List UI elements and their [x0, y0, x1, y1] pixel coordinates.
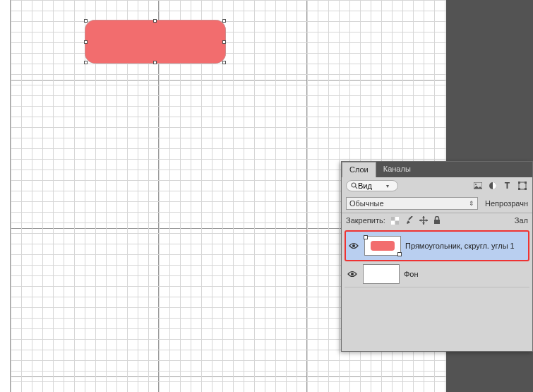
- svg-rect-6: [518, 182, 520, 184]
- selection-handle[interactable]: [222, 61, 226, 64]
- selection-handle[interactable]: [222, 19, 226, 23]
- visibility-toggle[interactable]: [349, 242, 360, 249]
- panel-tabs: Слои Каналы: [342, 162, 532, 177]
- selection-handle[interactable]: [84, 40, 88, 44]
- svg-rect-11: [391, 217, 395, 221]
- fill-label: Зал: [515, 216, 528, 225]
- filter-adjustment-icon[interactable]: [486, 181, 498, 191]
- blend-row: Обычные ⇕ Непрозрачн: [342, 194, 532, 213]
- tab-channels[interactable]: Каналы: [376, 162, 418, 177]
- filter-text-icon[interactable]: T: [501, 181, 513, 191]
- blend-mode-value: Обычные: [349, 199, 384, 208]
- search-icon: [351, 182, 358, 189]
- selection-handle[interactable]: [153, 19, 157, 23]
- lock-paint-icon[interactable]: [405, 216, 415, 225]
- layer-filter[interactable]: ▾: [346, 180, 398, 191]
- thumbnail-shape: [371, 241, 395, 251]
- canvas-margin: [0, 0, 11, 392]
- rounded-rectangle-shape[interactable]: [85, 20, 226, 64]
- selection-handle[interactable]: [84, 19, 88, 23]
- chevron-updown-icon: ⇕: [469, 200, 474, 207]
- svg-line-13: [409, 216, 412, 220]
- lock-position-icon[interactable]: [419, 216, 429, 225]
- selection-handle[interactable]: [222, 40, 226, 44]
- layer-thumbnail[interactable]: [363, 264, 400, 284]
- layer-name: Прямоугольник, скругл. углы 1: [405, 242, 515, 250]
- filter-input[interactable]: [358, 182, 386, 190]
- tab-layers[interactable]: Слои: [342, 162, 376, 177]
- blend-mode-select[interactable]: Обычные ⇕: [346, 197, 478, 210]
- svg-point-15: [352, 244, 355, 247]
- selection-handle[interactable]: [153, 61, 157, 64]
- visibility-toggle[interactable]: [347, 271, 359, 278]
- filter-image-icon[interactable]: [472, 181, 484, 191]
- layer-thumbnail[interactable]: [364, 236, 401, 256]
- svg-rect-14: [434, 220, 440, 224]
- selection-handle[interactable]: [84, 61, 88, 64]
- filter-shape-icon[interactable]: [516, 181, 528, 191]
- svg-point-0: [352, 183, 356, 187]
- svg-rect-9: [525, 188, 527, 190]
- svg-rect-12: [395, 220, 399, 225]
- lock-row: Закрепить: Зал: [342, 213, 532, 227]
- lock-icons: [391, 216, 443, 225]
- lock-all-icon[interactable]: [433, 216, 443, 225]
- layers-list: Прямоугольник, скругл. углы 1 Фон: [342, 227, 532, 290]
- svg-point-3: [475, 184, 477, 185]
- svg-line-1: [355, 186, 357, 189]
- opacity-label: Непрозрачн: [485, 199, 528, 208]
- svg-rect-8: [518, 188, 520, 190]
- svg-point-16: [351, 273, 354, 275]
- layer-row[interactable]: Фон: [345, 261, 529, 287]
- layers-panel: Слои Каналы ▾ T Обычные ⇕ Непрозрачн Зак…: [341, 161, 533, 352]
- layer-name: Фон: [404, 270, 419, 278]
- svg-rect-7: [525, 182, 527, 184]
- lock-transparency-icon[interactable]: [391, 217, 401, 225]
- filter-row: ▾ T: [342, 177, 532, 194]
- layer-row-selected[interactable]: Прямоугольник, скругл. углы 1: [345, 230, 529, 261]
- lock-label: Закрепить:: [346, 216, 385, 225]
- chevron-down-icon: ▾: [386, 183, 389, 189]
